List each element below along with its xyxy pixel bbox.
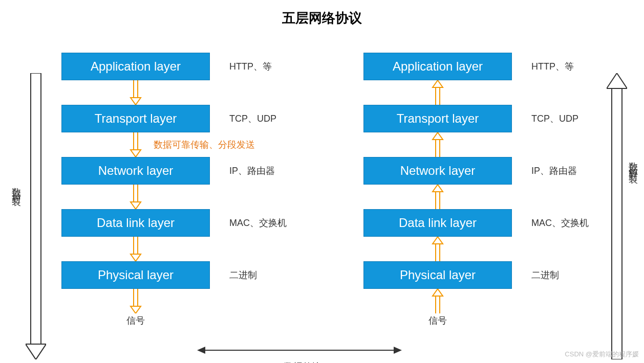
layer-note: HTTP、等 [229, 60, 272, 73]
svg-marker-8 [607, 73, 627, 88]
datalink-layer-box: Data link layer [61, 209, 210, 237]
transport-annotation: 数据可靠传输、分段发送 [154, 139, 255, 151]
svg-marker-25 [131, 254, 141, 261]
layer-row: Physical layer 二进制 [363, 261, 589, 289]
arrow-down-icon [130, 237, 142, 261]
arrow-up-icon [432, 237, 444, 261]
decapsulation-arrow-up-icon [607, 73, 627, 359]
layer-note: MAC、交换机 [531, 217, 589, 229]
data-transfer-arrow-icon [197, 344, 402, 356]
layer-row: Application layer HTTP、等 [363, 53, 589, 80]
svg-marker-16 [131, 98, 141, 105]
arrow-gap [61, 289, 210, 313]
svg-marker-45 [197, 347, 205, 354]
application-layer-box: Application layer [61, 53, 210, 80]
network-layer-box: Network layer [61, 157, 210, 185]
svg-marker-35 [433, 185, 443, 192]
layer-note: IP、路由器 [531, 165, 577, 177]
layer-note: TCP、UDP [531, 112, 578, 125]
svg-marker-38 [433, 237, 443, 244]
datalink-layer-box: Data link layer [363, 209, 512, 237]
arrow-gap [363, 289, 512, 313]
layer-row: Transport layer TCP、UDP [363, 105, 589, 132]
svg-marker-32 [433, 132, 443, 140]
arrow-up-icon [432, 185, 444, 209]
svg-marker-41 [433, 289, 443, 296]
watermark: CSDN @爱前端的程序媛 [565, 350, 639, 359]
signal-label: 信号 [363, 314, 512, 327]
arrow-gap [61, 237, 210, 261]
layer-note: IP、路由器 [229, 165, 275, 177]
layer-row: Application layer HTTP、等 [61, 53, 287, 80]
layer-row: Network layer IP、路由器 [61, 157, 287, 185]
arrow-gap [363, 237, 512, 261]
layer-note: TCP、UDP [229, 112, 276, 125]
svg-marker-4 [26, 344, 46, 359]
layer-row: Physical layer 二进制 [61, 261, 287, 289]
arrow-up-icon [432, 80, 444, 105]
svg-marker-19 [131, 150, 141, 157]
arrow-gap [363, 132, 512, 157]
layer-row: Data link layer MAC、交换机 [363, 209, 589, 237]
svg-marker-29 [433, 80, 443, 87]
signal-label: 信号 [61, 314, 210, 327]
arrow-down-icon [130, 132, 142, 157]
arrow-gap [61, 80, 210, 105]
layer-note: 二进制 [229, 269, 257, 281]
right-column: Application layer HTTP、等 Transport layer… [363, 53, 589, 327]
arrow-gap: 数据可靠传输、分段发送 [61, 132, 210, 157]
diagram-container: 数据封装 数据解封装 Application layer HTTP、等 Tran… [0, 27, 644, 354]
arrow-down-icon [130, 80, 142, 105]
encapsulation-arrow-down-icon [26, 73, 46, 359]
arrow-down-icon [130, 289, 142, 313]
physical-layer-box: Physical layer [363, 261, 512, 289]
arrow-gap [61, 185, 210, 209]
layer-row: Data link layer MAC、交换机 [61, 209, 287, 237]
layer-note: 二进制 [531, 269, 559, 281]
svg-marker-46 [394, 347, 402, 354]
arrow-gap [363, 185, 512, 209]
layer-note: MAC、交换机 [229, 217, 287, 229]
arrow-gap [363, 80, 512, 105]
network-layer-box: Network layer [363, 157, 512, 185]
layer-row: Network layer IP、路由器 [363, 157, 589, 185]
arrow-up-icon [432, 289, 444, 313]
layer-note: HTTP、等 [531, 60, 574, 73]
svg-marker-22 [131, 202, 141, 209]
data-transfer-label: 数据传输 [284, 360, 321, 363]
application-layer-box: Application layer [363, 53, 512, 80]
arrow-down-icon [130, 185, 142, 209]
left-column: Application layer HTTP、等 Transport layer… [61, 53, 287, 327]
diagram-title: 五层网络协议 [0, 0, 644, 27]
arrow-up-icon [432, 132, 444, 157]
svg-marker-28 [131, 306, 141, 313]
physical-layer-box: Physical layer [61, 261, 210, 289]
encapsulation-label: 数据封装 [10, 180, 23, 193]
transport-layer-box: Transport layer [61, 105, 210, 132]
layer-row: Transport layer TCP、UDP [61, 105, 287, 132]
transport-layer-box: Transport layer [363, 105, 512, 132]
decapsulation-label: 数据解封装 [627, 155, 639, 170]
